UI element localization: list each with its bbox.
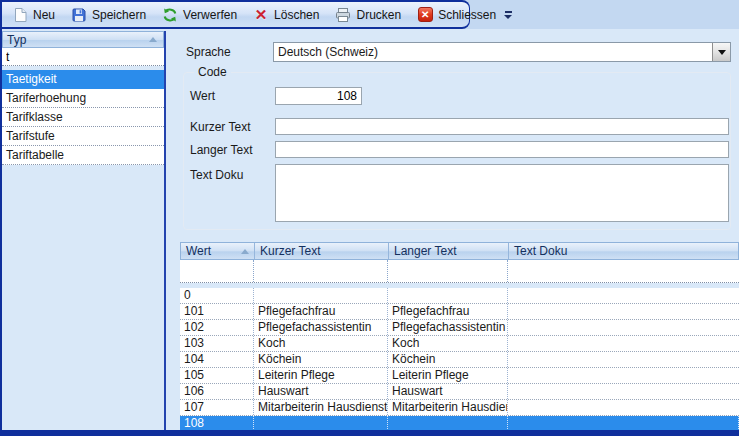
close-button[interactable]: ✕ Schliessen (409, 4, 504, 26)
sidebar-item-tariferhoehung[interactable]: Tariferhoehung (2, 89, 164, 108)
table-cell: Pflegefachassistentin (388, 320, 508, 335)
type-filter-row (2, 48, 164, 66)
column-header-wert[interactable]: Wert (181, 243, 255, 259)
table-cell: 101 (180, 304, 254, 319)
table-row[interactable]: 0 (180, 288, 739, 304)
wert-field[interactable] (275, 87, 362, 105)
table-cell (254, 288, 388, 303)
type-list-header-label: Typ (7, 33, 26, 47)
table-cell: Mitarbeiterin Hausdienst (254, 400, 388, 415)
table-cell: 103 (180, 336, 254, 351)
code-groupbox-title: Code (194, 65, 231, 79)
chevron-down-icon (718, 50, 726, 55)
sidebar-item-tariftabelle[interactable]: Tariftabelle (2, 146, 164, 165)
grid-rows: 0101PflegefachfrauPflegefachfrau102Pfleg… (180, 288, 739, 430)
type-list-header[interactable]: Typ (2, 31, 164, 48)
table-row[interactable]: 101PflegefachfrauPflegefachfrau (180, 304, 739, 320)
toolbar-area: Neu Speichern (0, 0, 739, 29)
save-button[interactable]: Speichern (63, 4, 154, 26)
discard-button-label: Verwerfen (183, 8, 237, 22)
sprache-label: Sprache (186, 43, 231, 62)
type-filter-input[interactable] (2, 48, 164, 65)
table-cell: Koch (388, 336, 508, 351)
new-button[interactable]: Neu (4, 4, 63, 26)
sprache-selected-value: Deutsch (Schweiz) (274, 43, 712, 61)
table-cell (254, 416, 388, 430)
close-button-label: Schliessen (438, 8, 496, 22)
langer-text-field[interactable] (275, 141, 729, 158)
table-cell: Pflegefachfrau (388, 304, 508, 319)
table-cell: 108 (180, 416, 254, 430)
langer-text-label: Langer Text (190, 141, 253, 160)
sidebar-item-taetigkeit[interactable]: Taetigkeit (2, 70, 164, 89)
detail-panel: Sprache Deutsch (Schweiz) Code Wert Kurz… (168, 31, 739, 430)
table-cell (508, 416, 739, 430)
sprache-select[interactable]: Deutsch (Schweiz) (273, 42, 731, 62)
print-button[interactable]: Drucken (327, 4, 409, 26)
app-window: Neu Speichern (0, 0, 739, 436)
table-cell: 106 (180, 384, 254, 399)
table-cell: Pflegefachassistentin (254, 320, 388, 335)
table-cell: 105 (180, 368, 254, 383)
discard-icon (162, 7, 178, 23)
table-cell: Köchein (388, 352, 508, 367)
table-row[interactable]: 103KochKoch (180, 336, 739, 352)
table-cell: 0 (180, 288, 254, 303)
save-icon (71, 7, 87, 23)
kurzer-text-field[interactable] (275, 118, 729, 135)
chevron-down-icon (504, 15, 512, 19)
table-row[interactable]: 102PflegefachassistentinPflegefachassist… (180, 320, 739, 336)
window-left-border (0, 0, 2, 436)
grid-filter-cell[interactable] (254, 260, 388, 282)
table-cell (508, 304, 739, 319)
table-row[interactable]: 104KöcheinKöchein (180, 352, 739, 368)
sidebar-item-tarifklasse[interactable]: Tarifklasse (2, 108, 164, 127)
table-cell (508, 400, 739, 415)
table-cell (508, 320, 739, 335)
delete-button-label: Löschen (274, 8, 319, 22)
table-cell: Leiterin Pflege (254, 368, 388, 383)
sort-ascending-icon (149, 37, 157, 42)
type-list-panel: Typ TaetigkeitTariferhoehungTarifklasseT… (2, 31, 166, 430)
table-cell: Koch (254, 336, 388, 351)
column-header-text-doku[interactable]: Text Doku (509, 243, 738, 259)
delete-icon: ✕ (253, 7, 269, 23)
kurzer-text-label: Kurzer Text (190, 118, 250, 137)
table-cell: Hauswart (388, 384, 508, 399)
discard-button[interactable]: Verwerfen (154, 4, 245, 26)
table-row[interactable]: 105Leiterin PflegeLeiterin Pflege (180, 368, 739, 384)
print-icon (335, 7, 351, 23)
table-row[interactable]: 107Mitarbeiterin HausdienstMitarbeiterin… (180, 400, 739, 416)
table-cell (388, 416, 508, 430)
table-cell: Mitarbeiterin Hausdienst (388, 400, 508, 415)
table-row[interactable]: 106HauswartHauswart (180, 384, 739, 400)
table-cell (508, 384, 739, 399)
column-header-kurzer-text[interactable]: Kurzer Text (255, 243, 389, 259)
type-list: TaetigkeitTariferhoehungTarifklasseTarif… (2, 70, 164, 165)
grid-filter-row (180, 260, 739, 283)
grid-header: Wert Kurzer Text Langer Text Text Doku (180, 242, 739, 260)
column-header-langer-text[interactable]: Langer Text (389, 243, 509, 259)
grid-filter-cell[interactable] (388, 260, 508, 282)
sidebar-item-tarifstufe[interactable]: Tarifstufe (2, 127, 164, 146)
text-doku-field[interactable] (275, 164, 729, 222)
table-cell: Hauswart (254, 384, 388, 399)
toolbar-overflow-button[interactable] (504, 3, 512, 26)
grid-filter-cell[interactable] (508, 260, 739, 282)
text-doku-label: Text Doku (190, 166, 243, 185)
print-button-label: Drucken (356, 8, 401, 22)
table-cell (508, 368, 739, 383)
sprache-dropdown-button[interactable] (712, 43, 730, 61)
grid-filter-cell[interactable] (180, 260, 254, 282)
table-cell (508, 336, 739, 351)
table-cell: Pflegefachfrau (254, 304, 388, 319)
table-cell: Leiterin Pflege (388, 368, 508, 383)
overflow-bar-icon (505, 11, 512, 13)
codes-grid: Wert Kurzer Text Langer Text Text Doku (180, 242, 739, 430)
table-row[interactable]: 108 (180, 416, 739, 430)
wert-label: Wert (190, 87, 215, 106)
table-cell (508, 352, 739, 367)
table-cell: 107 (180, 400, 254, 415)
delete-button[interactable]: ✕ Löschen (245, 4, 327, 26)
table-cell (508, 288, 739, 303)
